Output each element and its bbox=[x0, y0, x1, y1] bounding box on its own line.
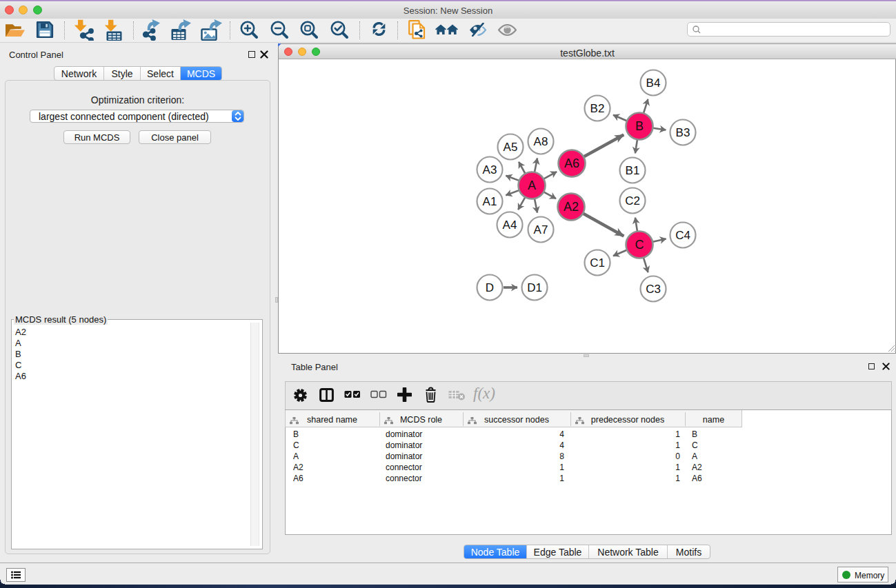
svg-text:B3: B3 bbox=[676, 126, 690, 139]
svg-text:A3: A3 bbox=[483, 163, 497, 176]
svg-text:B2: B2 bbox=[590, 102, 605, 115]
svg-text:C1: C1 bbox=[590, 256, 605, 270]
svg-text:A8: A8 bbox=[534, 135, 548, 148]
svg-text:A7: A7 bbox=[534, 223, 548, 236]
svg-text:D: D bbox=[486, 281, 494, 294]
svg-text:B: B bbox=[635, 119, 644, 133]
svg-text:C2: C2 bbox=[625, 194, 640, 207]
svg-text:A2: A2 bbox=[564, 200, 579, 214]
svg-text:A1: A1 bbox=[483, 195, 497, 208]
svg-text:C4: C4 bbox=[675, 229, 690, 242]
svg-text:C3: C3 bbox=[646, 283, 661, 296]
svg-text:B4: B4 bbox=[646, 77, 661, 90]
svg-text:B1: B1 bbox=[626, 164, 640, 177]
svg-text:A4: A4 bbox=[503, 219, 517, 232]
svg-text:D1: D1 bbox=[527, 281, 542, 294]
svg-text:A5: A5 bbox=[504, 141, 518, 154]
svg-text:A: A bbox=[528, 179, 536, 192]
svg-text:C: C bbox=[635, 238, 644, 252]
svg-text:A6: A6 bbox=[564, 156, 579, 170]
